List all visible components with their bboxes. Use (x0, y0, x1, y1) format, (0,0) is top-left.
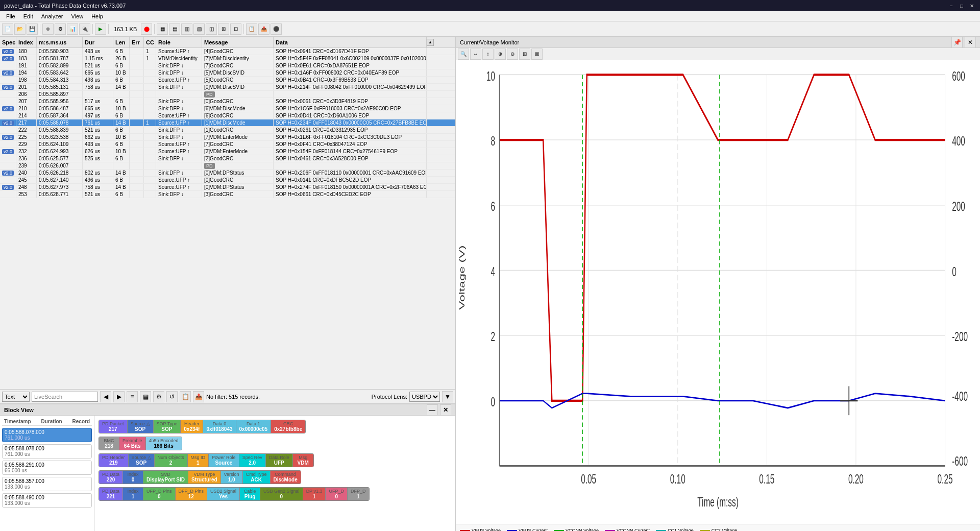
legend-cc2-voltage-label: CC2 Voltage (712, 528, 738, 532)
open-button[interactable]: 📂 (14, 23, 26, 35)
filter-btn2[interactable]: ▦ (140, 391, 151, 402)
chart-btn2[interactable]: ↔ (470, 49, 481, 60)
chart-btn4[interactable]: ⊕ (495, 49, 506, 60)
table-row[interactable]: 191 0:05.582.899 521 us 6 B Sink:DFP ↓ [… (0, 62, 455, 69)
timeline-entry[interactable]: 0:05.588.078.000 761.000 us (2, 444, 92, 458)
stop-button[interactable]: ⬤ (141, 23, 152, 35)
sep4 (154, 24, 155, 34)
btn3[interactable]: 📊 (67, 23, 78, 35)
cell-err (130, 177, 144, 183)
table-row[interactable]: 253 0:05.628.771 521 us 6 B Sink:DFP ↓ [… (0, 191, 455, 198)
table-row[interactable]: v2.0 210 0:05.586.487 665 us 10 B Sink:D… (0, 105, 455, 112)
cell-cc: 1 (144, 48, 156, 55)
chart-btn5[interactable]: ⊖ (507, 49, 518, 60)
config-button[interactable]: ⚙ (55, 23, 66, 35)
table-row[interactable]: 207 0:05.585.956 517 us 6 B Sink:DFP ↓ [… (0, 98, 455, 105)
filter-next-button[interactable]: ▶ (113, 391, 125, 402)
menu-view[interactable]: View (67, 12, 88, 20)
filter-btn4[interactable]: ↺ (166, 391, 178, 402)
menu-help[interactable]: Help (87, 12, 107, 20)
new-button[interactable]: 📄 (2, 23, 13, 35)
filter-btn1[interactable]: ≡ (127, 391, 138, 402)
table-row[interactable]: v2.0 201 0:05.585.131 758 us 14 B Sink:D… (0, 84, 455, 91)
view-btn4[interactable]: ▧ (193, 23, 205, 35)
timeline-entry[interactable]: 0:05.588.357.000 133.000 us (2, 477, 92, 491)
table-body: v2.0 180 0:05.580.903 493 us 6 B 1 Sourc… (0, 48, 455, 389)
filter-info: No filter: 515 records. (206, 394, 370, 400)
maximize-button[interactable]: □ (958, 2, 966, 10)
view-btn5[interactable]: ◫ (206, 23, 217, 35)
table-row[interactable]: 214 0:05.587.364 497 us 6 B Source:UFP ↑… (0, 112, 455, 119)
table-row[interactable]: v2.0 217 0:05.588.078 761 us 14 B 1 Sour… (0, 119, 455, 127)
table-row[interactable]: 222 0:05.588.839 521 us 6 B Sink:DFP ↓ [… (0, 127, 455, 134)
col-data-header: Data (274, 37, 427, 47)
view-btn7[interactable]: ⊡ (230, 23, 241, 35)
timeline-duration: 133.000 us (5, 484, 89, 490)
table-row[interactable]: 239 0:05.626.007 PD (0, 162, 455, 170)
chart-close-button[interactable]: ✕ (965, 37, 976, 48)
settings-btn[interactable]: ⚫ (271, 23, 282, 35)
cell-err (130, 98, 144, 105)
col-err-header: Err (130, 37, 144, 47)
svg-text:Voltage (V): Voltage (V) (457, 245, 466, 309)
chart-btn6[interactable]: ⊞ (519, 49, 530, 60)
timeline-entry[interactable]: 0:05.588.291.000 66.000 us (2, 461, 92, 475)
legend-vconn-current: VCONN Current (605, 528, 650, 532)
scroll-up-arrow[interactable]: ▲ (427, 39, 434, 46)
svg-text:0.15: 0.15 (759, 472, 774, 486)
export-btn2[interactable]: 📤 (258, 23, 270, 35)
filter-type-select[interactable]: Text Hex Regex (2, 392, 30, 402)
block-data0: Data 0 0xff018043 (203, 420, 236, 433)
cell-role: Source:UFP ↑ (156, 48, 202, 55)
block-view-close[interactable]: ✕ (440, 404, 451, 416)
menu-edit[interactable]: Edit (19, 12, 37, 20)
block-view-min[interactable]: — (427, 404, 438, 416)
block-group-pd-packet: PD Packet 217 Source △ SOP SOP Type SOP (99, 420, 306, 433)
protocol-lens-btn[interactable]: ▼ (442, 391, 453, 402)
view-btn2[interactable]: ▤ (169, 23, 180, 35)
view-btn1[interactable]: ▦ (157, 23, 168, 35)
close-button[interactable]: ✕ (968, 2, 976, 10)
filter-btn3[interactable]: ⚙ (153, 391, 164, 402)
table-row[interactable]: 229 0:05.624.109 493 us 6 B Source:UFP ↑… (0, 141, 455, 148)
view-btn6[interactable]: ⊞ (218, 23, 229, 35)
chart-btn3[interactable]: ↕ (482, 49, 494, 60)
save-button[interactable]: 💾 (27, 23, 38, 35)
table-row[interactable]: v2.0 194 0:05.583.642 665 us 10 B Sink:D… (0, 69, 455, 77)
table-row[interactable]: 245 0:05.627.140 496 us 6 B Source:UFP ↑… (0, 177, 455, 184)
menu-file[interactable]: File (2, 12, 19, 20)
table-row[interactable]: v2.0 232 0:05.624.993 626 us 10 B Source… (0, 148, 455, 155)
table-row[interactable]: v2.0 248 0:05.627.973 758 us 14 B Source… (0, 184, 455, 191)
chart-btn7[interactable]: ⊠ (531, 49, 543, 60)
cell-data: SOP H=0x0941 CRC=0xD167D41F EOP (274, 48, 427, 55)
table-row[interactable]: 206 0:05.585.897 PD (0, 91, 455, 98)
search-input[interactable] (32, 392, 98, 402)
view-btn3[interactable]: ▥ (181, 23, 192, 35)
cell-data: SOP H=0x0661 CRC=0xD45CED2C EOP (274, 191, 427, 198)
filter-prev-button[interactable]: ◀ (100, 391, 111, 402)
cell-spec (0, 98, 16, 105)
table-row[interactable]: v2.0 180 0:05.580.903 493 us 6 B 1 Sourc… (0, 48, 455, 55)
table-row[interactable]: v2.0 183 0:05.581.787 1.15 ms 26 B 1 VDM… (0, 55, 455, 62)
protocol-lens-select[interactable]: USBPD USB (409, 392, 440, 402)
filter-btn5[interactable]: 📋 (180, 391, 191, 402)
table-row[interactable]: 198 0:05.584.313 493 us 6 B Source:UFP ↑… (0, 77, 455, 84)
play-button[interactable]: ▶ (95, 23, 106, 35)
timeline-timestamp: 0:05.588.078.000 (5, 429, 89, 435)
chart-pin-button[interactable]: 📌 (951, 37, 963, 48)
table-row[interactable]: v2.0 240 0:05.626.218 802 us 14 B Sink:D… (0, 170, 455, 177)
record-button[interactable]: ⏺ (42, 23, 54, 35)
cell-err (130, 134, 144, 140)
timeline-entry[interactable]: 0:05.588.490.000 133.000 us (2, 493, 92, 508)
block-diagram: PD Packet 217 Source △ SOP SOP Type SOP (94, 416, 455, 531)
btn4[interactable]: 🔌 (79, 23, 90, 35)
export-btn1[interactable]: 📋 (246, 23, 257, 35)
chart-btn1[interactable]: 🔍 (458, 49, 469, 60)
minimize-button[interactable]: − (947, 2, 955, 10)
menu-analyzer[interactable]: Analyzer (37, 12, 67, 20)
cell-time: 0:05.627.973 (37, 184, 83, 190)
table-row[interactable]: 236 0:05.625.577 525 us 6 B Sink:DFP ↓ [… (0, 155, 455, 162)
timeline-entry[interactable]: 0:05.588.078.000 761.000 us (2, 428, 92, 442)
filter-btn6[interactable]: 📤 (193, 391, 204, 402)
table-row[interactable]: v2.0 225 0:05.623.538 662 us 10 B Sink:D… (0, 134, 455, 141)
